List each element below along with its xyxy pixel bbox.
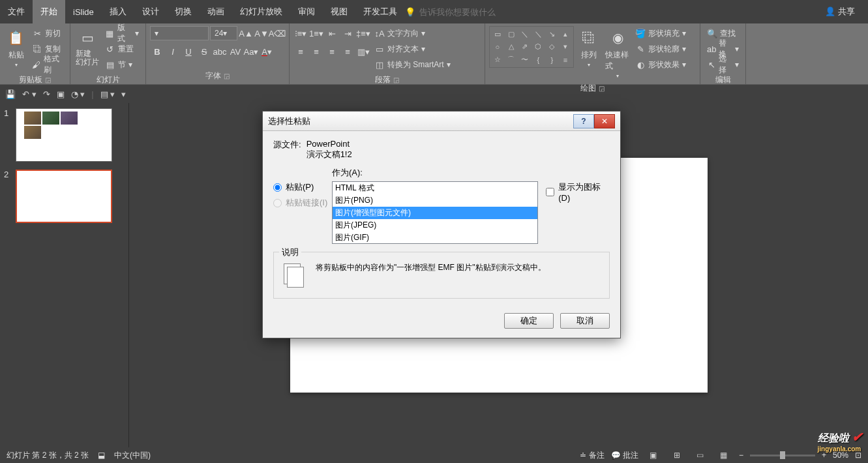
thumbnail-2[interactable]: 2 [4,170,125,223]
grow-font-button[interactable]: A▲ [239,26,253,40]
share-button[interactable]: 👤 共享 [825,6,855,18]
thumbnail-1[interactable]: 1 [4,108,125,162]
list-item[interactable]: 图片(增强型图元文件) [333,207,537,219]
group-paragraph: ⁝≡▾ 1≡▾ ⇤ ⇥ ‡≡▾ ≡ ≡ ≡ ≡ ▥▾ ↕A文字方向 ▾ ▭对齐文… [290,23,485,84]
tab-islide[interactable]: iSlide [65,0,102,23]
dialog-help-button[interactable]: ? [573,114,594,128]
strikethrough-button[interactable]: S [197,44,211,59]
redo-button[interactable]: ↷ [43,89,50,99]
tab-design[interactable]: 设计 [134,0,167,23]
slide-thumb[interactable] [16,170,112,223]
underline-button[interactable]: U [181,44,196,59]
launcher-icon[interactable]: ◲ [393,76,399,83]
launcher-icon[interactable]: ◲ [45,76,51,83]
zoom-out-button[interactable]: − [739,451,743,460]
undo-button[interactable]: ↶ ▾ [22,89,37,99]
slide-thumbnail-panel[interactable]: 1 2 [0,103,129,447]
align-center-button[interactable]: ≡ [309,44,323,59]
paste-button[interactable]: 📋 粘贴▾ [4,26,28,69]
sorter-view-button[interactable]: ⊞ [668,449,685,461]
tab-review[interactable]: 审阅 [290,0,323,23]
reading-view-button[interactable]: ▭ [692,449,709,461]
paste-radio[interactable]: 粘贴(P) [273,181,327,193]
group-editing: 🔍查找 ab替换 ▾ ↖选择 ▾ 编辑 [700,23,746,84]
case-button[interactable]: Aa▾ [244,44,258,59]
launcher-icon[interactable]: ◲ [599,85,605,92]
align-right-button[interactable]: ≡ [325,44,339,59]
paste-special-dialog: 选择性粘贴 ? ✕ 源文件: PowerPoint 演示文稿1!2 作为(A):… [262,111,621,338]
shadow-button[interactable]: abc [213,44,227,59]
font-color-button[interactable]: A▾ [260,44,274,59]
select-button[interactable]: ↖选择 ▾ [704,57,741,72]
slideshow-view-button[interactable]: ▦ [715,449,732,461]
shape-fill-button[interactable]: 🪣形状填充 ▾ [633,26,689,40]
as-label: 作为(A): [332,167,610,179]
clear-format-button[interactable]: A⌫ [270,26,284,40]
thumb-image-icon [24,126,41,139]
tell-me-box[interactable]: 💡 [405,7,511,17]
shape-outline-button[interactable]: ✎形状轮廓 ▾ [633,42,689,56]
tab-view[interactable]: 视图 [323,0,355,23]
normal-view-button[interactable]: ▣ [645,449,662,461]
bullets-button[interactable]: ⁝≡▾ [293,26,308,40]
slide-thumb[interactable] [16,108,112,162]
tell-me-input[interactable] [419,7,511,17]
tab-home[interactable]: 开始 [33,0,65,23]
spacing-button[interactable]: AV [228,44,243,59]
new-slide-button[interactable]: ▭ 新建 幻灯片 [74,26,101,68]
bold-button[interactable]: B [150,44,164,59]
tab-file[interactable]: 文件 [0,0,33,23]
layout-button[interactable]: ▦版式 ▾ [102,26,142,40]
list-item[interactable]: 图片(PNG) [333,194,537,207]
tab-animations[interactable]: 动画 [200,0,232,23]
tab-insert[interactable]: 插入 [102,0,134,23]
quick-styles-button[interactable]: ◉ 快速样式▾ [604,26,631,80]
arrange-button[interactable]: ⿻ 排列▾ [575,26,603,69]
format-listbox[interactable]: HTML 格式 图片(PNG) 图片(增强型图元文件) 图片(JPEG) 图片(… [332,181,538,244]
shrink-font-button[interactable]: A▼ [254,26,269,40]
select-icon: ↖ [707,59,716,70]
list-item[interactable]: 图片(JPEG) [333,219,537,232]
comments-button[interactable]: 💬 批注 [611,450,638,461]
start-slideshow-button[interactable]: ▣ [57,89,65,99]
list-item[interactable]: HTML 格式 [333,182,537,194]
format-painter-button[interactable]: 🖌格式刷 [29,57,66,72]
font-family-combo[interactable]: ▾ [150,26,209,40]
decrease-indent-button[interactable]: ⇤ [325,26,339,40]
reset-button[interactable]: ↺重置 [102,42,142,56]
save-button[interactable]: 💾 [5,89,16,99]
cut-button[interactable]: ✂剪切 [29,26,66,40]
italic-button[interactable]: I [166,44,180,59]
ribbon: 📋 粘贴▾ ✂剪切 ⿻复制 🖌格式刷 剪贴板◲ ▭ 新建 幻灯片 ▦版式 ▾ ↺… [0,23,868,85]
smartart-button[interactable]: ◫转换为 SmartArt ▾ [372,57,453,72]
zoom-slider[interactable] [750,455,815,456]
qat-customize-button[interactable]: ▾ [121,89,126,99]
dialog-titlebar[interactable]: 选择性粘贴 ? ✕ [263,112,620,131]
text-direction-button[interactable]: ↕A文字方向 ▾ [372,26,453,40]
dialog-close-button[interactable]: ✕ [594,114,615,128]
section-button[interactable]: ▤节 ▾ [102,57,142,72]
notes-button[interactable]: ≐ 备注 [580,450,604,461]
align-text-button[interactable]: ▭对齐文本 ▾ [372,42,453,56]
columns-button[interactable]: ▥▾ [356,44,370,59]
align-left-button[interactable]: ≡ [293,44,308,59]
show-as-icon-checkbox[interactable]: 显示为图标(D) [546,181,610,203]
shape-gallery[interactable]: ▭▢＼＼↘▴ ○△⇗⬡◇▾ ☆⌒〜{}≡ [489,26,574,68]
tab-transitions[interactable]: 切换 [167,0,200,23]
language-status[interactable]: 中文(中国) [114,450,151,461]
font-size-combo[interactable]: 24 ▾ [210,26,237,40]
tab-slideshow[interactable]: 幻灯片放映 [232,0,290,23]
spellcheck-icon[interactable]: ⬓ [98,451,105,460]
shape-effects-button[interactable]: ◐形状效果 ▾ [633,57,689,72]
list-item[interactable]: 图片(GIF) [333,232,537,244]
tab-developer[interactable]: 开发工具 [355,0,405,23]
numbering-button[interactable]: 1≡▾ [309,26,323,40]
qat-more-button[interactable]: ◔ ▾ [71,89,85,99]
ok-button[interactable]: 确定 [504,313,554,329]
qat-extra-button[interactable]: ▤ ▾ [100,89,115,99]
launcher-icon[interactable]: ◲ [224,72,230,80]
line-spacing-button[interactable]: ‡≡▾ [356,26,370,40]
cancel-button[interactable]: 取消 [560,313,610,329]
justify-button[interactable]: ≡ [340,44,355,59]
increase-indent-button[interactable]: ⇥ [340,26,355,40]
